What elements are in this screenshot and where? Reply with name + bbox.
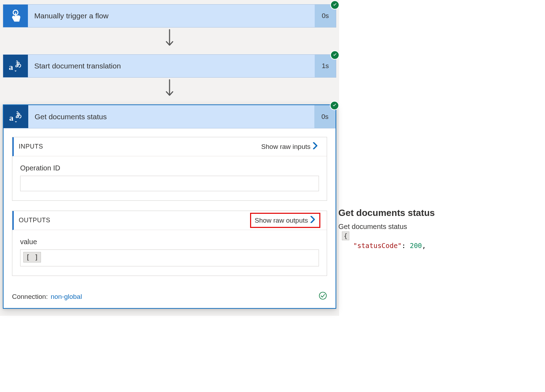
translate-icon: a あ — [4, 105, 28, 128]
raw-output-title: Get documents status — [338, 207, 540, 218]
flow-step-manual-trigger[interactable]: Manually trigger a flow 0s — [3, 4, 336, 28]
chevron-right-icon — [313, 142, 318, 151]
svg-text:あ: あ — [16, 111, 22, 119]
arrow-connector — [0, 28, 339, 49]
operation-id-label: Operation ID — [20, 164, 319, 172]
show-raw-outputs-label: Show raw outputs — [255, 217, 308, 224]
outputs-label: OUTPUTS — [14, 217, 51, 224]
show-raw-outputs-button[interactable]: Show raw outputs — [250, 213, 320, 228]
success-check-icon — [330, 50, 339, 60]
flow-step-title: Start document translation — [28, 55, 315, 77]
raw-output-panel: Get documents status Get documents statu… — [338, 207, 540, 249]
success-check-icon — [330, 101, 339, 110]
connection-label: Connection: — [12, 293, 48, 301]
raw-output-subtitle: Get documents status — [338, 223, 540, 231]
arrow-connector — [0, 78, 339, 99]
status-ok-icon — [319, 291, 327, 302]
success-check-icon — [330, 0, 339, 10]
chevron-right-icon — [310, 216, 316, 225]
flow-step-title: Get documents status — [28, 105, 314, 128]
outputs-value-label: value — [20, 238, 319, 246]
outputs-value-field[interactable]: [ ] — [20, 249, 319, 266]
svg-text:あ: あ — [15, 61, 22, 68]
flow-canvas: Manually trigger a flow 0s a あ Start doc… — [0, 0, 339, 316]
outputs-section: OUTPUTS Show raw outputs value [ ] — [12, 211, 327, 276]
code-line-statuscode: "statusCode": 200, — [338, 242, 540, 249]
flow-step-title: Manually trigger a flow — [28, 5, 315, 27]
show-raw-inputs-label: Show raw inputs — [261, 143, 310, 151]
translate-icon: a あ — [3, 55, 28, 77]
flow-step-start-translation[interactable]: a あ Start document translation 1s — [3, 54, 336, 78]
touch-icon — [3, 5, 28, 27]
svg-point-5 — [319, 292, 326, 299]
svg-text:a: a — [9, 113, 13, 122]
json-comma: , — [422, 242, 426, 249]
flow-step-header[interactable]: a あ Get documents status 0s — [4, 105, 336, 128]
json-colon: : — [402, 242, 405, 249]
json-number: 200 — [410, 242, 422, 249]
flow-step-get-documents-status-expanded: a あ Get documents status 0s INPUTS Show … — [3, 104, 336, 309]
svg-text:a: a — [9, 62, 13, 72]
connection-value-link[interactable]: non-global — [51, 293, 82, 301]
show-raw-inputs-button[interactable]: Show raw inputs — [259, 141, 320, 152]
code-brace: { — [342, 231, 349, 240]
outputs-value-text: [ ] — [23, 252, 41, 263]
operation-id-field[interactable] — [20, 176, 319, 191]
json-key: "statusCode" — [353, 242, 402, 249]
inputs-section: INPUTS Show raw inputs Operation ID — [12, 137, 327, 201]
inputs-label: INPUTS — [14, 143, 43, 150]
